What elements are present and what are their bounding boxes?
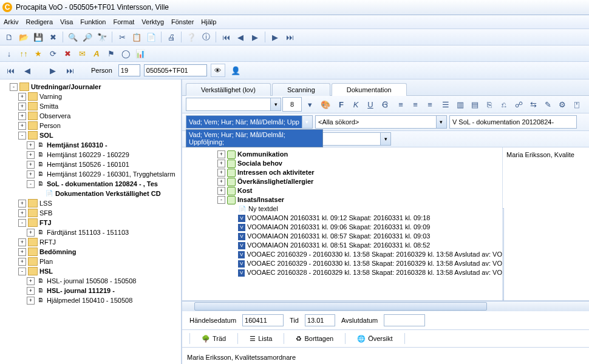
tab-scanning[interactable]: Scanning [272,83,330,96]
expand-toggle[interactable]: + [27,277,35,285]
doc-tree-label[interactable]: VOOAEC 20160329 - 20160330 kl. 13:58 Ska… [247,259,502,268]
vertical-scrollbar[interactable] [502,208,504,300]
menu-hjalp[interactable]: Hjälp [201,18,216,25]
view-lista-button[interactable]: ☰Lista [243,332,279,345]
alla-sokord-combo[interactable]: <Alla sökord>▾ [315,115,447,129]
tree-item-label[interactable]: Smitta [39,101,58,111]
tool-i-icon[interactable]: ⍞ [570,98,584,111]
expand-toggle[interactable]: + [217,169,225,177]
doc-tree-label[interactable]: VOOAEC 20160328 - 20160329 kl. 13:58 Ska… [247,268,502,277]
tree-item-label[interactable]: Hjälpmedel 150410 - 150508 [47,295,132,305]
strike-icon[interactable]: Ꞡ [378,98,392,111]
font-icon[interactable]: A [90,47,103,60]
save-icon[interactable]: 💾 [32,30,45,44]
color-icon[interactable]: 🎨 [319,98,332,111]
expand-toggle[interactable]: - [18,268,26,275]
binoculars-icon[interactable]: 🔭 [95,30,109,44]
print-icon[interactable]: 🖨 [165,30,178,44]
expand-toggle[interactable]: + [18,209,26,217]
tree-item-label[interactable]: SOL [39,130,53,140]
open-icon[interactable]: 📂 [17,30,30,44]
vsol-combo[interactable]: V SoL - dokumentation 20120824- [449,115,577,129]
expand-toggle[interactable]: + [27,151,35,159]
vad-combo-option[interactable]: Vad; Vem; Hur; När; Mål/Delmål; Uppföljn… [186,130,322,147]
arrow-up-icon[interactable]: ↑↑ [17,47,30,60]
doc-tree-label[interactable]: Överkänslighet/allergier [237,177,313,186]
expand-toggle[interactable]: - [18,219,26,227]
expand-toggle[interactable]: + [27,229,35,237]
person-user-icon[interactable]: 👤 [229,64,242,77]
find-icon[interactable]: 🔎 [81,30,94,44]
tool-d-icon[interactable]: ⎌ [497,98,511,111]
view-oversikt-button[interactable]: 🌐Översikt [350,332,399,345]
underline-icon[interactable]: U [364,98,377,111]
tree-item-label[interactable]: Person [39,121,61,130]
tree-item-label[interactable]: HSL- journal 111219 - [47,286,115,295]
tool-h-icon[interactable]: ⚙ [556,98,569,111]
align-center-icon[interactable]: ≡ [409,98,422,111]
nav-prev-icon[interactable]: ◀ [21,64,34,77]
tree-item-label[interactable]: Bedömning [39,247,77,257]
flag-icon[interactable]: ⚑ [104,47,118,60]
doc-tree-label[interactable]: Sociala behov [237,159,282,168]
menu-fonster[interactable]: Fönster [171,18,194,25]
expand-toggle[interactable]: + [27,297,35,305]
vad-combo[interactable]: Vad; Vem; Hur; När; Mål/Delmål; Upp ▾ [186,115,313,129]
align-left-icon[interactable]: ≡ [394,98,407,111]
expand-toggle[interactable]: + [217,178,225,186]
italic-icon[interactable]: K [349,98,363,111]
left-navigation-tree[interactable]: -Utredningar/Journaler+Varning+Smitta+Ob… [0,79,182,364]
person-num-input[interactable] [118,64,140,76]
last-icon[interactable]: ⏭ [283,30,296,44]
expand-toggle[interactable]: + [217,160,225,167]
tree-item-label[interactable]: Hemtjänst 160229 - 160229 [47,150,129,160]
tool-b-icon[interactable]: ▤ [468,98,482,111]
expand-toggle[interactable]: + [18,238,26,246]
star-icon[interactable]: ★ [32,47,45,60]
doc-tree-label[interactable]: Kommunikation [237,150,288,159]
expand-toggle[interactable]: + [217,187,225,195]
expand-toggle[interactable]: - [18,132,26,140]
expand-toggle[interactable]: - [27,180,35,188]
vad-combo-dropdown[interactable]: Vad; Vem; Hur; När; Mål/Delmål; Uppföljn… [186,129,323,147]
tree-item-label[interactable]: RFTJ [39,237,56,247]
expand-toggle[interactable]: - [217,196,225,204]
tree-item-label[interactable]: Färdtjänst 151103 - 151103 [47,228,129,237]
tree-item-label[interactable]: HSL- journal 150508 - 150508 [47,276,136,286]
play-icon[interactable]: ▶ [268,30,282,44]
tab-verkstallighet[interactable]: Verkställighet (lov) [186,83,271,96]
handelse-input[interactable] [242,314,284,326]
tree-root-label[interactable]: Utredningar/Journaler [31,82,101,92]
prev-icon[interactable]: ◀ [234,30,247,44]
nav-first-icon[interactable]: ⏮ [4,64,17,77]
stop-icon[interactable]: ◯ [119,47,132,60]
person-id-input[interactable] [144,64,207,76]
chart-icon[interactable]: 📊 [134,47,147,60]
nav-last-icon[interactable]: ⏭ [63,64,77,77]
tree-item-label[interactable]: LSS [39,198,52,208]
doc-tree-label[interactable]: Intressen och aktiviteter [237,168,315,177]
menu-arkiv[interactable]: Arkiv [4,18,18,25]
expand-toggle[interactable]: + [18,112,26,120]
menu-funktion[interactable]: Funktion [80,18,106,25]
expand-toggle[interactable]: + [27,170,35,178]
chevron-down-icon[interactable]: ▾ [303,98,316,111]
expand-toggle[interactable]: + [217,150,225,158]
x-icon[interactable]: ✖ [61,47,74,60]
document-tree[interactable]: +Kommunikation+Sociala behov+Intressen o… [182,147,502,300]
tab-dokumentation[interactable]: Dokumentation [332,83,407,96]
tool-c-icon[interactable]: ⎘ [483,98,496,111]
next-icon[interactable]: ▶ [248,30,262,44]
info-icon[interactable]: ⓘ [199,30,213,44]
menu-redigera[interactable]: Redigera [26,18,53,25]
tree-item-label[interactable]: Hemtjänst 160310 - [47,140,107,150]
expand-toggle[interactable]: - [10,83,18,91]
tid-input[interactable] [305,314,335,326]
tree-item-label[interactable]: Hemtjänst 150526 - 160101 [47,160,129,169]
tree-item-label[interactable]: Varning [39,92,62,101]
view-trad-button[interactable]: 🌳Träd [195,332,233,345]
tree-item-label[interactable]: SFB [39,208,52,218]
first-icon[interactable]: ⏮ [219,30,233,44]
doc-tree-label[interactable]: Ny textdel [248,204,278,214]
menu-verktyg[interactable]: Verktyg [141,18,164,25]
